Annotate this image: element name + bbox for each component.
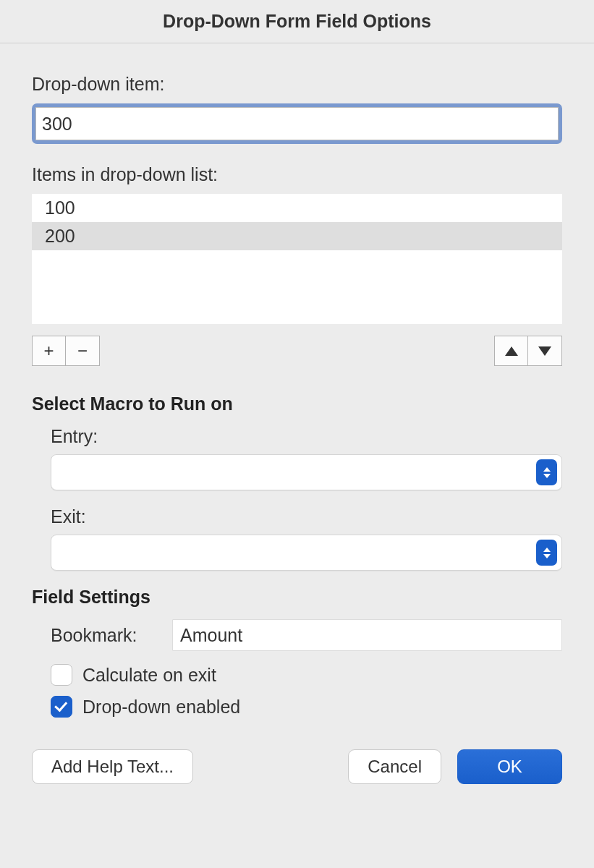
dropdown-item-input[interactable]: [35, 107, 559, 140]
dropdown-item-input-wrap: [32, 103, 562, 144]
bookmark-row: Bookmark:: [51, 619, 562, 651]
bookmark-input[interactable]: [172, 619, 562, 651]
macro-exit-combo[interactable]: [51, 535, 562, 571]
bookmark-label: Bookmark:: [51, 625, 172, 646]
move-group: [494, 336, 562, 366]
macro-entry-label: Entry:: [51, 426, 562, 447]
move-down-button[interactable]: [528, 336, 562, 366]
remove-item-button[interactable]: −: [66, 336, 100, 366]
list-item[interactable]: 100: [32, 194, 562, 222]
footer-right: Cancel OK: [348, 749, 562, 784]
dialog-content: Drop-down item: Items in drop-down list:…: [0, 43, 594, 718]
items-listbox[interactable]: 100 200: [32, 194, 562, 324]
field-settings-heading: Field Settings: [32, 587, 562, 608]
button-label: OK: [497, 757, 522, 777]
dropdown-item-label: Drop-down item:: [32, 74, 562, 95]
macro-heading: Select Macro to Run on: [32, 393, 562, 414]
ok-button[interactable]: OK: [457, 749, 562, 784]
enabled-label: Drop-down enabled: [82, 697, 240, 718]
combo-arrows-icon: [536, 459, 557, 485]
add-help-text-button[interactable]: Add Help Text...: [32, 749, 193, 784]
macro-block: Entry: Exit:: [32, 426, 562, 571]
items-list-label: Items in drop-down list:: [32, 164, 562, 185]
add-remove-group: + −: [32, 336, 100, 366]
enabled-checkbox[interactable]: [51, 696, 72, 718]
add-item-button[interactable]: +: [32, 336, 66, 366]
plus-icon: +: [43, 341, 54, 361]
button-label: Cancel: [368, 757, 422, 777]
cancel-button[interactable]: Cancel: [348, 749, 441, 784]
dialog-title: Drop-Down Form Field Options: [163, 11, 431, 32]
triangle-up-icon: [505, 346, 518, 356]
button-label: Add Help Text...: [51, 757, 174, 777]
enabled-row: Drop-down enabled: [51, 696, 562, 718]
calculate-label: Calculate on exit: [82, 665, 216, 686]
macro-exit-label: Exit:: [51, 506, 562, 527]
macro-entry-combo[interactable]: [51, 454, 562, 490]
triangle-down-icon: [538, 346, 551, 356]
dialog-footer: Add Help Text... Cancel OK: [0, 728, 594, 784]
calculate-checkbox[interactable]: [51, 664, 72, 686]
combo-arrows-icon: [536, 540, 557, 566]
list-item[interactable]: 200: [32, 222, 562, 250]
move-up-button[interactable]: [494, 336, 528, 366]
list-controls: + −: [32, 336, 562, 366]
check-icon: [54, 699, 67, 712]
field-settings-block: Bookmark: Calculate on exit Drop-down en…: [32, 619, 562, 718]
calculate-row: Calculate on exit: [51, 664, 562, 686]
dialog-titlebar: Drop-Down Form Field Options: [0, 0, 594, 43]
minus-icon: −: [77, 341, 88, 361]
